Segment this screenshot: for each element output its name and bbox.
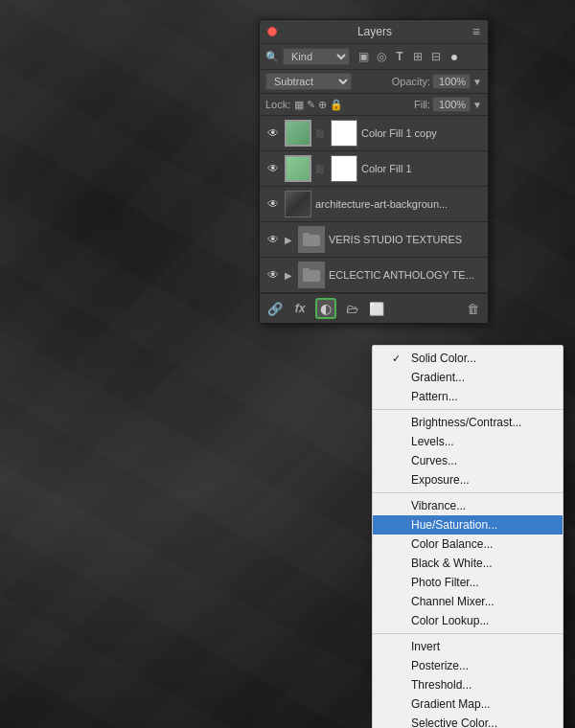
layer-chain-icon: ⛓	[315, 128, 325, 139]
panel-close-button[interactable]	[267, 27, 277, 36]
menu-item-label: Color Balance...	[411, 537, 543, 551]
menu-item-label: Vibrance...	[411, 499, 543, 512]
fill-value[interactable]: 100%	[432, 97, 471, 112]
menu-item-label: Invert	[411, 640, 543, 653]
panel-titlebar: Layers ≡	[260, 20, 488, 44]
visibility-eye-icon[interactable]: 👁	[265, 233, 281, 246]
lock-pixels-icon[interactable]: ▦	[294, 99, 304, 111]
fill-control: Fill: 100% ▼	[414, 97, 482, 112]
layer-item[interactable]: 👁 architecture-art-backgroun...	[260, 187, 488, 222]
menu-item-label: Solid Color...	[411, 352, 543, 365]
menu-item-invert[interactable]: Invert	[373, 637, 563, 656]
menu-item-gradient-map[interactable]: Gradient Map...	[373, 694, 563, 714]
folder-thumbnail	[298, 262, 325, 288]
menu-item-solid-color[interactable]: ✓ Solid Color...	[373, 349, 563, 368]
menu-item-threshold[interactable]: Threshold...	[373, 675, 563, 694]
layer-name: Color Fill 1 copy	[361, 127, 482, 139]
menu-item-label: Selective Color...	[411, 717, 543, 728]
layer-item[interactable]: 👁 ▶ VERIS STUDIO TEXTURES	[260, 222, 488, 258]
menu-item-label: Gradient...	[411, 371, 543, 384]
menu-item-photo-filter[interactable]: Photo Filter...	[373, 573, 563, 592]
create-group-button[interactable]: 🗁	[342, 299, 361, 318]
menu-item-color-lookup[interactable]: Color Lookup...	[373, 611, 563, 630]
menu-item-label: Brightness/Contrast...	[411, 416, 543, 429]
layers-list: 👁 ⛓ Color Fill 1 copy 👁 ⛓ Color Fill 1 👁…	[260, 116, 488, 293]
menu-item-gradient[interactable]: Gradient...	[373, 368, 563, 387]
layer-item[interactable]: 👁 ⛓ Color Fill 1	[260, 151, 488, 187]
fill-chevron[interactable]: ▼	[472, 100, 482, 110]
layer-name: ECLECTIC ANTHOLOGY TE...	[329, 269, 482, 281]
filter-adjustment-icon[interactable]: ◎	[374, 49, 389, 64]
lock-artboard-icon[interactable]: ⊕	[318, 99, 327, 111]
opacity-chevron[interactable]: ▼	[472, 77, 482, 87]
menu-item-label: Black & White...	[411, 557, 543, 570]
layer-mask-thumbnail	[331, 155, 357, 182]
layer-chain-icon: ⛓	[315, 164, 325, 174]
add-layer-style-button[interactable]: fx	[290, 299, 310, 318]
add-fill-adjustment-button[interactable]: ◐	[315, 298, 336, 319]
opacity-control: Opacity: 100% ▼	[392, 74, 482, 89]
panel-title: Layers	[357, 25, 392, 38]
menu-item-label: Channel Mixer...	[411, 595, 543, 608]
layer-name: architecture-art-backgroun...	[315, 198, 482, 210]
opacity-value[interactable]: 100%	[432, 74, 471, 89]
layer-item[interactable]: 👁 ▶ ECLECTIC ANTHOLOGY TE...	[260, 258, 488, 293]
visibility-eye-icon[interactable]: 👁	[265, 268, 281, 282]
layers-panel: Layers ≡ 🔍 Kind Name Effect ▣ ◎ T ⊞ ⊟ ● …	[259, 19, 489, 324]
search-icon: 🔍	[265, 51, 279, 63]
panel-menu-icon[interactable]: ≡	[472, 24, 480, 39]
blend-mode-select[interactable]: Subtract Normal Multiply Screen	[265, 73, 352, 90]
lock-position-icon[interactable]: ✎	[307, 99, 315, 111]
checkmark-icon: ✓	[392, 353, 405, 365]
filter-kind-select[interactable]: Kind Name Effect	[283, 48, 350, 65]
filter-smart-icon[interactable]: ⊟	[428, 49, 444, 64]
fill-label: Fill:	[414, 99, 430, 110]
visibility-eye-icon[interactable]: 👁	[265, 162, 281, 175]
menu-item-hue-saturation[interactable]: Hue/Saturation...	[373, 515, 563, 535]
menu-item-vibrance[interactable]: Vibrance...	[373, 496, 563, 515]
adjustment-layer-dropdown: ✓ Solid Color... Gradient... Pattern... …	[372, 345, 564, 728]
link-layers-button[interactable]: 🔗	[265, 299, 285, 318]
filter-type-icon[interactable]: T	[392, 49, 407, 64]
filter-shape-icon[interactable]: ⊞	[410, 49, 426, 64]
filter-row: 🔍 Kind Name Effect ▣ ◎ T ⊞ ⊟ ●	[260, 44, 488, 70]
menu-item-label: Color Lookup...	[411, 614, 543, 627]
menu-item-levels[interactable]: Levels...	[373, 432, 563, 451]
menu-item-label: Photo Filter...	[411, 576, 543, 589]
menu-item-exposure[interactable]: Exposure...	[373, 470, 563, 489]
layer-thumbnail	[285, 155, 311, 182]
menu-separator	[373, 409, 563, 410]
menu-item-black-white[interactable]: Black & White...	[373, 554, 563, 573]
menu-separator	[373, 633, 563, 634]
folder-arrow-icon[interactable]: ▶	[285, 270, 292, 281]
delete-layer-button[interactable]: 🗑	[463, 299, 482, 318]
lock-all-icon[interactable]: 🔒	[330, 99, 343, 111]
folder-thumbnail	[298, 226, 325, 253]
lock-row: Lock: ▦ ✎ ⊕ 🔒 Fill: 100% ▼	[260, 94, 488, 116]
menu-item-posterize[interactable]: Posterize...	[373, 656, 563, 675]
layer-thumbnail	[285, 191, 311, 217]
menu-item-label: Curves...	[411, 454, 543, 467]
create-new-layer-button[interactable]: ⬜	[367, 299, 386, 318]
visibility-eye-icon[interactable]: 👁	[265, 197, 281, 211]
filter-circle-icon[interactable]: ●	[447, 49, 462, 64]
layer-name: Color Fill 1	[361, 163, 482, 174]
menu-item-label: Hue/Saturation...	[411, 518, 543, 532]
layer-name: VERIS STUDIO TEXTURES	[329, 234, 482, 245]
menu-item-selective-color[interactable]: Selective Color...	[373, 714, 563, 728]
menu-separator	[373, 492, 563, 493]
visibility-eye-icon[interactable]: 👁	[265, 126, 281, 140]
menu-item-label: Posterize...	[411, 659, 543, 672]
menu-item-pattern[interactable]: Pattern...	[373, 387, 563, 406]
menu-item-curves[interactable]: Curves...	[373, 451, 563, 470]
folder-arrow-icon[interactable]: ▶	[285, 235, 292, 245]
opacity-label: Opacity:	[392, 76, 430, 87]
layer-item[interactable]: 👁 ⛓ Color Fill 1 copy	[260, 116, 488, 151]
menu-item-brightness-contrast[interactable]: Brightness/Contrast...	[373, 413, 563, 432]
menu-item-label: Levels...	[411, 435, 543, 448]
menu-item-channel-mixer[interactable]: Channel Mixer...	[373, 592, 563, 611]
layer-thumbnail	[285, 120, 311, 147]
menu-item-color-balance[interactable]: Color Balance...	[373, 535, 563, 554]
lock-icons: ▦ ✎ ⊕ 🔒	[294, 99, 343, 111]
filter-pixel-icon[interactable]: ▣	[356, 49, 371, 64]
